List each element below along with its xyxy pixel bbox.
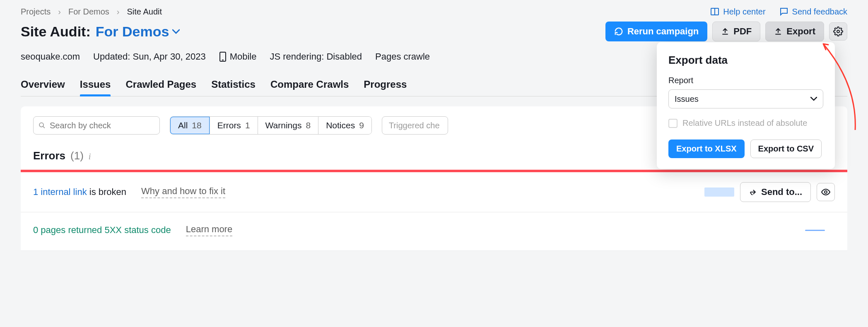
rerun-label: Rerun campaign — [627, 26, 699, 37]
rerun-campaign-button[interactable]: Rerun campaign — [605, 22, 707, 41]
export-popover-title: Export data — [668, 54, 823, 67]
chevron-down-icon — [172, 29, 180, 34]
settings-button[interactable] — [829, 22, 847, 41]
relative-urls-label: Relative URLs instead of absolute — [682, 118, 807, 128]
svg-line-6 — [43, 126, 45, 128]
gear-icon — [833, 26, 843, 36]
pdf-button[interactable]: PDF — [712, 22, 760, 41]
segment-warnings-label: Warnings — [265, 120, 302, 130]
segment-notices-count: 9 — [359, 120, 364, 130]
chat-icon — [779, 7, 789, 17]
issue-5xx-text[interactable]: 0 pages returned 5XX status code — [33, 225, 171, 236]
refresh-icon — [614, 27, 623, 36]
segment-all-count: 18 — [192, 120, 201, 130]
upload-icon — [774, 27, 782, 36]
tab-issues[interactable]: Issues — [80, 79, 111, 96]
breadcrumb-projects[interactable]: Projects — [21, 7, 51, 17]
breadcrumb-site-audit: Site Audit — [127, 7, 162, 17]
svg-point-5 — [39, 123, 43, 127]
search-icon — [39, 121, 46, 130]
tab-compare-crawls[interactable]: Compare Crawls — [270, 79, 349, 96]
segment-all-label: All — [178, 120, 188, 130]
help-center-link[interactable]: Help center — [710, 7, 765, 17]
triggered-checks-select[interactable]: Triggered che — [382, 116, 448, 135]
export-xlsx-button[interactable]: Export to XLSX — [668, 139, 745, 158]
send-feedback-link[interactable]: Send feedback — [779, 7, 847, 17]
eye-icon — [821, 187, 831, 197]
why-how-fix-link[interactable]: Why and how to fix it — [141, 186, 225, 198]
segment-errors-label: Errors — [217, 120, 241, 130]
segment-all[interactable]: All 18 — [170, 116, 210, 135]
pdf-label: PDF — [733, 26, 752, 37]
export-button[interactable]: Export — [765, 22, 824, 41]
project-dropdown[interactable]: For Demos — [96, 24, 180, 40]
project-name: For Demos — [96, 24, 169, 40]
segment-warnings[interactable]: Warnings 8 — [258, 117, 318, 134]
info-icon[interactable]: i — [89, 152, 91, 161]
issue-link-count[interactable]: 1 internal link — [33, 187, 87, 197]
checkbox-icon[interactable] — [668, 119, 678, 128]
tab-progress[interactable]: Progress — [364, 79, 407, 96]
chevron-down-icon — [810, 97, 817, 101]
meta-js: JS rendering: Disabled — [270, 51, 362, 62]
book-icon — [710, 7, 720, 17]
help-center-label: Help center — [723, 7, 765, 17]
meta-device: Mobile — [219, 51, 257, 62]
trend-bar — [704, 188, 734, 197]
issue-row: 1 internal link is broken Why and how to… — [21, 170, 847, 212]
send-feedback-label: Send feedback — [792, 7, 847, 17]
send-to-button[interactable]: Send to... — [740, 182, 811, 202]
upload-icon — [721, 27, 729, 36]
segment-errors[interactable]: Errors 1 — [210, 117, 258, 134]
segment-warnings-count: 8 — [306, 120, 311, 130]
mobile-icon — [219, 51, 227, 62]
export-csv-button[interactable]: Export to CSV — [750, 139, 822, 158]
meta-device-label: Mobile — [230, 51, 257, 62]
svg-point-7 — [825, 191, 827, 193]
share-arrow-icon — [749, 188, 757, 196]
segment-errors-count: 1 — [245, 120, 250, 130]
page-title: Site Audit: — [21, 24, 91, 40]
report-value: Issues — [675, 94, 699, 104]
errors-section-count: (1) — [70, 149, 84, 162]
export-popover: Export data Report Issues Relative URLs … — [657, 42, 835, 169]
relative-urls-checkbox-row[interactable]: Relative URLs instead of absolute — [668, 118, 823, 128]
tab-statistics[interactable]: Statistics — [211, 79, 256, 96]
svg-point-2 — [837, 30, 839, 33]
search-field[interactable] — [50, 121, 154, 130]
trend-line — [805, 230, 825, 231]
issue-text-rest2: is broken — [89, 187, 126, 197]
report-label: Report — [668, 76, 823, 85]
issue-row: 0 pages returned 5XX status code Learn m… — [33, 212, 835, 250]
errors-section-title: Errors — [33, 149, 65, 162]
view-button[interactable] — [817, 183, 835, 201]
chevron-right-icon: › — [117, 7, 120, 17]
breadcrumb-for-demos[interactable]: For Demos — [68, 7, 109, 17]
segment-notices-label: Notices — [326, 120, 355, 130]
segment-notices[interactable]: Notices 9 — [318, 117, 371, 134]
export-label: Export — [786, 26, 815, 37]
filter-segments: All 18 Errors 1 Warnings 8 Notices 9 — [170, 116, 372, 135]
search-input[interactable] — [33, 116, 160, 135]
meta-pages: Pages crawle — [375, 51, 430, 62]
chevron-right-icon: › — [58, 7, 61, 17]
tab-crawled-pages[interactable]: Crawled Pages — [125, 79, 196, 96]
meta-updated: Updated: Sun, Apr 30, 2023 — [93, 51, 206, 62]
tab-overview[interactable]: Overview — [21, 79, 65, 96]
learn-more-link[interactable]: Learn more — [186, 224, 233, 236]
report-select[interactable]: Issues — [668, 89, 823, 108]
send-to-label: Send to... — [761, 187, 802, 197]
breadcrumb: Projects › For Demos › Site Audit — [21, 7, 162, 17]
meta-domain: seoquake.com — [21, 51, 80, 62]
